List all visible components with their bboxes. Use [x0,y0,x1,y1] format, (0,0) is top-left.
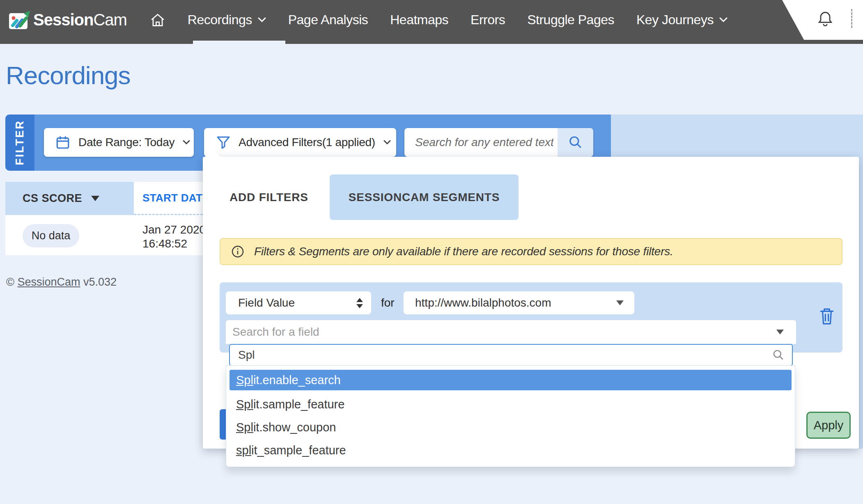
field-search-box [229,344,793,366]
logo-mark-icon [9,10,30,30]
nav-item-page-analysis[interactable]: Page Analysis [288,12,368,27]
field-type-select[interactable]: Field Value [226,291,371,314]
nav-active-tab-indicator [193,41,285,44]
dropdown-caret-icon [616,300,624,305]
top-nav-inner: SessionCam Recordings Page Analysis Heat… [0,0,863,40]
filter-collapse-tab[interactable]: FILTER [5,115,34,171]
tab-sessioncam-segments[interactable]: SESSIONCAM SEGMENTS [330,174,519,220]
footer-brand-link[interactable]: SessionCam [17,276,80,288]
updown-icon [356,298,363,308]
table-row[interactable]: No data Jan 27 2020, 16:48:52 [5,215,203,255]
cs-score-badge: No data [23,224,79,247]
advanced-filters-label: Advanced Filters(1 applied) [239,136,375,149]
brand-name: SessionCam [33,11,127,29]
brand-logo[interactable]: SessionCam [9,10,127,30]
chevron-down-icon [719,17,728,23]
date-range-label: Date Range: Today [78,136,174,149]
field-options-list: Split.enable_search Split.sample_feature… [226,365,795,467]
field-search-input[interactable] [230,348,772,362]
advanced-filters-panel: ADD FILTERS SESSIONCAM SEGMENTS Filters … [203,157,859,449]
chevron-down-icon [183,140,190,145]
info-icon [231,245,244,258]
column-header-start-date[interactable]: START DATE [134,182,203,215]
delete-filter-button[interactable] [818,306,836,327]
advanced-filters-button[interactable]: Advanced Filters(1 applied) [204,128,396,157]
nav-item-heatmaps[interactable]: Heatmaps [390,12,448,27]
field-option[interactable]: split_sample_feature [226,439,795,462]
field-option[interactable]: Split.enable_search [230,370,792,390]
nav-item-label: Page Analysis [288,12,368,27]
top-nav: SessionCam Recordings Page Analysis Heat… [0,0,863,44]
nav-item-key-journeys[interactable]: Key Journeys [636,12,728,27]
nav-item-struggle-pages[interactable]: Struggle Pages [527,12,614,27]
search-icon [568,135,583,150]
column-header-cs-score[interactable]: CS SCORE [5,182,134,215]
nav-items: Recordings Page Analysis Heatmaps Errors… [150,12,728,28]
field-combobox-placeholder: Search for a field [232,325,319,339]
filter-tab-label: FILTER [14,120,26,165]
text-search-input[interactable] [404,128,558,157]
nav-item-label: Struggle Pages [527,12,614,27]
date-range-button[interactable]: Date Range: Today [44,128,194,157]
nav-item-recordings[interactable]: Recordings [188,12,266,27]
column-header-label: CS SCORE [23,192,82,205]
funnel-icon [216,135,230,149]
info-banner-text: Filters & Segments are only available if… [254,245,673,258]
nav-item-errors[interactable]: Errors [471,12,505,27]
column-header-label: START DATE [142,192,210,204]
search-icon [772,349,785,361]
calendar-icon [55,135,70,150]
page-title: Recordings [6,61,131,90]
nav-item-label: Errors [471,12,505,27]
text-search-box [404,128,593,157]
footer-copyright: © SessionCam v5.032 [6,276,117,289]
kebab-menu-icon[interactable] [851,9,852,28]
apply-button[interactable]: Apply [806,412,851,439]
chevron-down-icon [258,17,266,23]
home-icon [150,12,165,28]
field-type-value: Field Value [238,296,295,309]
nav-item-label: Key Journeys [636,12,714,27]
info-banner: Filters & Segments are only available if… [220,238,842,265]
hidden-button-sliver[interactable] [220,409,226,440]
start-date-cell: Jan 27 2020, 16:48:52 [142,223,209,251]
search-button[interactable] [558,128,593,157]
trash-icon [819,307,835,325]
panel-tabs: ADD FILTERS SESSIONCAM SEGMENTS [230,174,519,220]
chevron-down-icon [383,140,391,145]
bell-icon[interactable] [818,11,833,28]
sort-desc-icon [91,196,99,201]
dropdown-caret-icon [776,330,784,334]
field-option[interactable]: Split.show_coupon [226,416,795,439]
field-option[interactable]: Split.sample_feature [226,393,795,416]
nav-item-label: Heatmaps [390,12,448,27]
field-combobox[interactable]: Search for a field [226,320,796,344]
nav-item-label: Recordings [188,12,252,27]
for-label: for [381,291,395,314]
site-select[interactable]: http://www.bilalphotos.com [404,291,634,314]
nav-home[interactable] [150,12,165,28]
site-select-value: http://www.bilalphotos.com [415,296,551,309]
tab-add-filters[interactable]: ADD FILTERS [230,191,308,204]
